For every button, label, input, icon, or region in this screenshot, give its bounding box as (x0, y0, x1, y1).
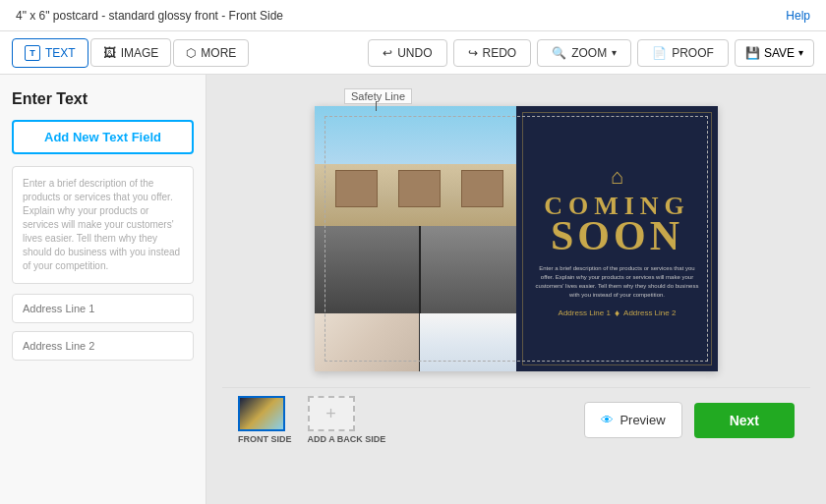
chevron-down-icon: ▾ (798, 47, 803, 58)
postcard-photo-left (315, 106, 524, 371)
building-photo (315, 106, 524, 313)
add-back-label: ADD A BACK SIDE (308, 434, 386, 444)
address-line1: Address Line 1 (559, 308, 611, 317)
title-bar: 4" x 6" postcard - standard glossy front… (0, 0, 826, 31)
redo-icon: ↪ (468, 46, 478, 60)
thumb2 (420, 313, 524, 371)
canvas-area: Safety Line (206, 75, 826, 504)
garage-area (315, 226, 524, 312)
garage2 (421, 226, 525, 312)
bottom-actions: 👁 Preview Next (584, 402, 795, 438)
help-link[interactable]: Help (786, 9, 810, 23)
address-line2: Address Line 2 (623, 308, 676, 317)
toolbar-left-group: T TEXT 🖼 IMAGE ⬡ MORE (12, 38, 249, 68)
proof-icon: 📄 (652, 46, 667, 60)
postcard: ⌂ COMING SOON Enter a brief description … (315, 106, 718, 371)
zoom-icon: 🔍 (552, 46, 566, 60)
more-icon: ⬡ (186, 46, 196, 60)
front-thumbnail-preview (240, 398, 283, 429)
image-icon: 🖼 (103, 45, 116, 60)
front-side-thumbnail[interactable] (238, 396, 285, 431)
building-upper (315, 164, 524, 226)
save-icon: 💾 (745, 46, 760, 60)
address-separator: ♦ (615, 308, 620, 318)
left-panel: Enter Text Add New Text Field Enter a br… (0, 75, 206, 504)
add-back-side-option[interactable]: + ADD A BACK SIDE (308, 396, 386, 444)
text-tool-button[interactable]: T TEXT (12, 38, 88, 68)
toolbar-right-group: ↩ UNDO ↪ REDO 🔍 ZOOM ▾ 📄 PROOF 💾 SAVE ▾ (368, 39, 814, 67)
window1 (335, 170, 378, 207)
front-side-label: FRONT SIDE (238, 434, 292, 444)
house-icon: ⌂ (611, 164, 623, 190)
postcard-right: ⌂ COMING SOON Enter a brief description … (516, 106, 718, 371)
window3 (461, 170, 503, 207)
sky (315, 106, 524, 164)
safety-line-label: Safety Line (344, 88, 412, 104)
save-button[interactable]: 💾 SAVE ▾ (735, 39, 814, 67)
next-button[interactable]: Next (694, 403, 795, 438)
plus-icon: + (325, 404, 336, 424)
image-tool-button[interactable]: 🖼 IMAGE (90, 38, 172, 67)
front-side-option[interactable]: FRONT SIDE (238, 396, 292, 444)
more-tool-button[interactable]: ⬡ MORE (173, 39, 249, 67)
add-back-button[interactable]: + (308, 396, 355, 431)
bottom-strip: FRONT SIDE + ADD A BACK SIDE 👁 Preview N… (222, 387, 810, 452)
postcard-description: Enter a brief description of the product… (528, 264, 706, 300)
bottom-thumbnails (315, 313, 524, 371)
undo-button[interactable]: ↩ UNDO (368, 39, 446, 67)
address1-input[interactable] (12, 294, 194, 323)
toolbar: T TEXT 🖼 IMAGE ⬡ MORE ↩ UNDO ↪ REDO 🔍 ZO… (0, 31, 826, 75)
text-preview: Enter a brief description of the product… (12, 166, 194, 284)
add-text-button[interactable]: Add New Text Field (12, 120, 194, 154)
safety-line-pointer (376, 101, 377, 111)
redo-button[interactable]: ↪ REDO (453, 39, 532, 67)
page-title: 4" x 6" postcard - standard glossy front… (16, 9, 283, 23)
zoom-button[interactable]: 🔍 ZOOM ▾ (537, 39, 631, 67)
panel-title: Enter Text (12, 90, 194, 108)
garage1 (315, 226, 421, 312)
address2-input[interactable] (12, 331, 194, 361)
text-icon: T (25, 45, 40, 61)
window2 (398, 170, 441, 207)
thumb1 (315, 313, 419, 371)
postcard-address: Address Line 1 ♦ Address Line 2 (559, 308, 677, 318)
proof-button[interactable]: 📄 PROOF (637, 39, 729, 67)
undo-icon: ↩ (383, 46, 392, 60)
eye-icon: 👁 (601, 413, 614, 427)
preview-button[interactable]: 👁 Preview (584, 402, 681, 438)
soon-text: SOON (551, 215, 683, 256)
chevron-down-icon: ▾ (612, 47, 617, 58)
main-area: Enter Text Add New Text Field Enter a br… (0, 75, 826, 504)
side-options: FRONT SIDE + ADD A BACK SIDE (238, 396, 385, 444)
postcard-wrapper: Safety Line (315, 106, 718, 371)
